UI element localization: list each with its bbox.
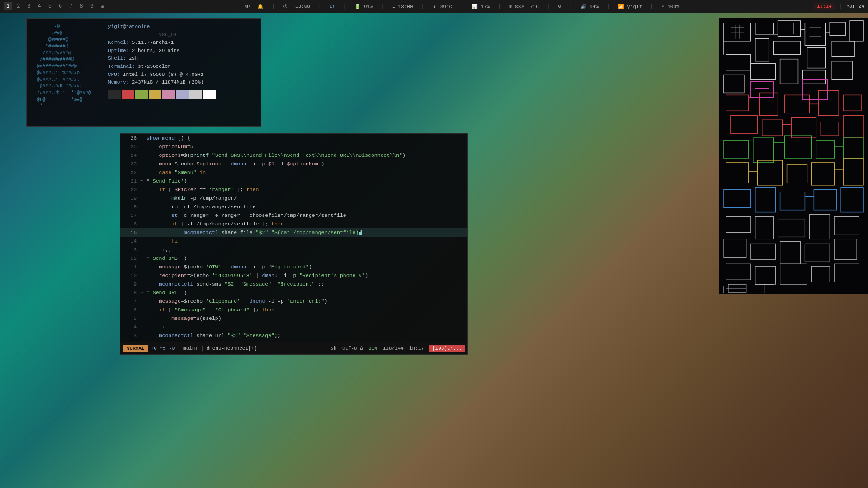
- git-marker-3a: [140, 333, 146, 338]
- code-8: *'Send URL' ): [146, 290, 187, 296]
- line-num-5: 5: [122, 316, 137, 321]
- workspace-9[interactable]: 9: [88, 2, 96, 10]
- status-mode: NORMAL: [123, 345, 148, 352]
- editor-line-9: 9 mconnectctl send-sms "$2" "$message" "…: [120, 280, 467, 288]
- editor-line-13: 13 fi;;: [120, 245, 467, 254]
- editor-line-25: 25 optionNum=5: [120, 142, 467, 151]
- git-marker-14: [140, 239, 146, 244]
- code-9: mconnectctl send-sms "$2" "$message" "$r…: [146, 281, 324, 287]
- editor-line-4a: 4 fi: [120, 323, 467, 331]
- taskbar-bell-icon: 🔔: [257, 4, 264, 9]
- taskbar-wifi: 📶 yigit: [618, 4, 642, 9]
- taskbar-center: 👁 🔔 | ⏱ 13:08 | tr | 🔋 91% | ☁ 13:00 | 🌡…: [110, 4, 814, 9]
- editor-line-8: 8 ~ *'Send URL' ): [120, 288, 467, 297]
- status-separator1: │: [177, 346, 180, 351]
- editor-line-10: 10 recipient=$(echo '14039199518' | dmen…: [120, 271, 467, 280]
- code-25: optionNum=5: [146, 144, 193, 150]
- workspace-1[interactable]: 1: [4, 2, 12, 10]
- color-block-2: [135, 90, 148, 99]
- neofetch-memory-label: Memory:: [108, 80, 132, 85]
- taskbar-tr-label: tr: [330, 4, 335, 9]
- neofetch-cpu-label: CPU:: [108, 72, 123, 77]
- line-num-13: 13: [122, 247, 137, 253]
- line-num-20: 20: [122, 187, 137, 192]
- workspace-grid[interactable]: ⊞: [98, 2, 107, 11]
- code-16: if [ -f /tmp/ranger/sentfile ]; then: [146, 221, 284, 227]
- workspace-7[interactable]: 7: [66, 2, 75, 10]
- taskbar-battery1: 🔋 91%: [354, 4, 373, 9]
- taskbar-date: Mar 24: [846, 4, 864, 9]
- editor-line-6: 6 if [ "$message" = "Clipboard" ]; then: [120, 305, 467, 314]
- code-17: st -c ranger -e ranger --choosefile=/tmp…: [146, 212, 346, 218]
- editor-line-17: 17 st -c ranger -e ranger --choosefile=/…: [120, 211, 467, 220]
- status-scroll: 81%: [368, 346, 377, 351]
- editor-line-3a: 3 mconnectctl share-url "$2" "$message";…: [120, 331, 467, 340]
- neofetch-hostname: tatooine: [126, 24, 150, 29]
- git-marker-23: [140, 161, 146, 167]
- svg-rect-0: [719, 19, 868, 293]
- neofetch-username: yigit: [108, 24, 123, 29]
- status-shell: sh: [331, 346, 337, 351]
- taskbar-right: 13:14 | Mar 24: [814, 3, 868, 10]
- workspace-4[interactable]: 4: [35, 2, 44, 10]
- line-num-14: 14: [122, 239, 137, 244]
- git-marker-8: ~: [140, 290, 146, 296]
- neofetch-uptime-value: 2 hours, 39 mins: [132, 48, 180, 53]
- workspace-2[interactable]: 2: [14, 2, 23, 10]
- color-block-6: [189, 90, 202, 99]
- git-marker-7: [140, 299, 146, 304]
- code-23: menu=$(echo $options | dmenu -i -p $1 -l…: [146, 161, 324, 167]
- taskbar-clock-value: 13:08: [295, 4, 310, 9]
- git-marker-15: [140, 230, 146, 235]
- git-marker-12: ~: [140, 256, 146, 261]
- code-4a: fi: [146, 324, 165, 330]
- color-block-1: [122, 90, 134, 99]
- status-git: +0 ~5 -0: [151, 346, 175, 351]
- git-marker-16: [140, 221, 146, 227]
- taskbar-time-main: ☁ 13:00: [392, 4, 413, 9]
- git-marker-2a: ~: [140, 342, 146, 342]
- editor-line-21: 21 ~ *'Send File'): [120, 177, 467, 185]
- editor-content[interactable]: 26 show_menu () { 25 optionNum=5 24 opti…: [120, 134, 467, 342]
- status-branch-label: main!: [183, 346, 198, 351]
- git-marker-25: [140, 144, 146, 150]
- neofetch-terminal-value: st-256color: [138, 64, 171, 69]
- code-21: *'Send File'): [146, 178, 187, 184]
- taskbar-eye-icon: 👁: [245, 4, 250, 9]
- neofetch-ascii-art: -@ .##@ @#####@ *######@ /########@ /###…: [31, 23, 104, 122]
- neofetch-cpu-value: Intel i7-8550U (8) @ 4.0GHz: [123, 72, 203, 77]
- workspace-6[interactable]: 6: [56, 2, 65, 10]
- neofetch-color-blocks: [108, 90, 216, 99]
- status-tag: [103]tr...: [429, 345, 465, 352]
- workspace-8[interactable]: 8: [77, 2, 85, 10]
- editor-line-5: 5 message=$(sselp): [120, 314, 467, 323]
- taskbar-clock-icon: ⏱: [283, 4, 288, 9]
- git-marker-13: [140, 247, 146, 253]
- maze-svg: [719, 18, 868, 294]
- workspace-3[interactable]: 3: [24, 2, 33, 10]
- status-right: sh utf-8 ∆ 81% 118/144 ln:17 [103]tr...: [331, 345, 465, 352]
- code-18: rm -rf /tmp/ranger/sentfile: [146, 204, 256, 210]
- line-num-8: 8: [122, 290, 137, 296]
- code-7: message=$(echo 'Clipboard' | dmenu -i -p…: [146, 298, 327, 304]
- line-num-18: 18: [122, 204, 137, 210]
- git-marker-20: [140, 187, 146, 192]
- maze-window: [719, 18, 868, 294]
- editor-line-20: 20 if [ $Picker == 'ranger' ]; then: [120, 185, 467, 194]
- editor-line-7: 7 message=$(echo 'Clipboard' | dmenu -i …: [120, 297, 467, 305]
- status-separator2: │: [201, 346, 204, 351]
- neofetch-uptime-label: Uptime:: [108, 48, 132, 53]
- line-num-3a: 3: [122, 333, 137, 338]
- code-2a: *'Send Text' ): [146, 341, 190, 342]
- neofetch-shell-value: zsh: [129, 56, 138, 61]
- line-num-9: 9: [122, 282, 137, 287]
- color-block-7: [203, 90, 216, 99]
- line-num-26: 26: [122, 136, 137, 141]
- code-14: fi: [146, 238, 178, 244]
- git-marker-4a: [140, 324, 146, 330]
- code-6: if [ "$message" = "Clipboard" ]; then: [146, 307, 274, 313]
- line-num-2a: 2: [122, 342, 137, 342]
- neofetch-memory-value: 2437MiB / 11874MiB (20%): [132, 80, 203, 85]
- git-marker-22: [140, 170, 146, 175]
- workspace-5[interactable]: 5: [46, 2, 54, 10]
